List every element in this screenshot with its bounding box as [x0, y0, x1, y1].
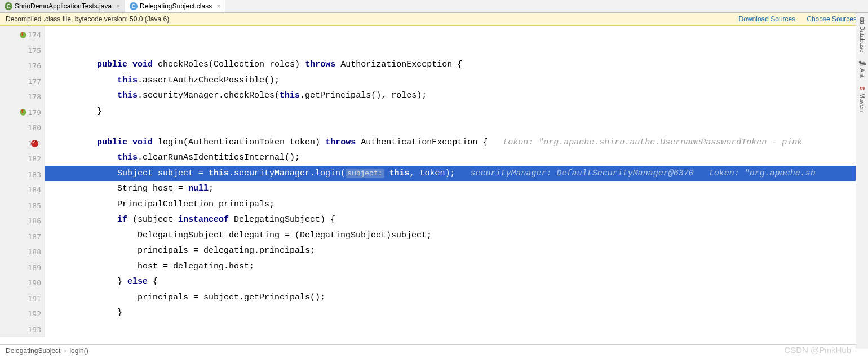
- gutter-line[interactable]: 182: [0, 151, 45, 167]
- breadcrumb-class[interactable]: DelegatingSubject: [6, 347, 60, 355]
- chevron-right-icon: ›: [64, 347, 66, 355]
- override-icon[interactable]: [19, 31, 27, 39]
- code-line[interactable]: PrincipalCollection principals;: [56, 197, 868, 213]
- tab-shrio-demo[interactable]: C ShrioDemoApplicationTests.java ×: [0, 0, 125, 12]
- gutter-line[interactable]: 175: [0, 43, 45, 59]
- code-editor[interactable]: public void checkRoles(Collection roles)…: [45, 26, 868, 337]
- code-line[interactable]: [56, 119, 868, 135]
- gutter-line[interactable]: 187: [0, 229, 45, 245]
- tool-label: Ant: [859, 68, 866, 78]
- override-icon[interactable]: [19, 108, 27, 116]
- watermark: CSDN @PinkHub: [784, 345, 851, 355]
- gutter-line[interactable]: 189: [0, 260, 45, 276]
- gutter-line[interactable]: 192: [0, 306, 45, 322]
- gutter-line[interactable]: 188: [0, 244, 45, 260]
- code-line[interactable]: if (principals != null && !principals.is…: [56, 336, 868, 337]
- close-icon[interactable]: ×: [116, 2, 120, 10]
- tool-label: Maven: [859, 93, 866, 112]
- gutter-line[interactable]: 178: [0, 89, 45, 105]
- breadcrumb-method[interactable]: login(): [69, 347, 88, 355]
- tool-label: Database: [859, 26, 866, 52]
- code-line[interactable]: principals = delegating.principals;: [56, 243, 868, 259]
- close-icon[interactable]: ×: [216, 2, 220, 10]
- code-line[interactable]: this.clearRunAsIdentitiesInternal();: [56, 150, 868, 166]
- code-line[interactable]: Subject subject = this.securityManager.l…: [45, 166, 868, 182]
- code-line[interactable]: [56, 321, 868, 337]
- download-sources-link[interactable]: Download Sources: [739, 15, 796, 23]
- gutter-line[interactable]: 185: [0, 198, 45, 214]
- gutter-line[interactable]: 179: [0, 105, 45, 121]
- gutter-line[interactable]: 176: [0, 58, 45, 74]
- code-line[interactable]: }: [56, 104, 868, 120]
- code-line[interactable]: public void login(AuthenticationToken to…: [56, 135, 868, 151]
- info-links: Download Sources Choose Sources...: [739, 15, 862, 23]
- gutter-line[interactable]: 177: [0, 74, 45, 90]
- code-line[interactable]: String host = null;: [56, 181, 868, 197]
- tab-label: ShrioDemoApplicationTests.java: [15, 2, 112, 10]
- maven-icon: m: [860, 85, 865, 91]
- tab-label: DelegatingSubject.class: [140, 2, 212, 10]
- breadcrumb: DelegatingSubject › login(): [0, 344, 856, 357]
- tool-ant[interactable]: 🐜 Ant: [858, 59, 866, 78]
- gutter-line[interactable]: 191: [0, 291, 45, 307]
- code-line[interactable]: this.securityManager.checkRoles(this.get…: [56, 88, 868, 104]
- gutter-line[interactable]: 180: [0, 120, 45, 136]
- tool-maven[interactable]: m Maven: [859, 85, 866, 112]
- tab-delegating-subject[interactable]: C DelegatingSubject.class ×: [125, 0, 225, 12]
- editor-tabs: C ShrioDemoApplicationTests.java × C Del…: [0, 0, 868, 13]
- code-line[interactable]: this.assertAuthzCheckPossible();: [56, 73, 868, 89]
- code-line[interactable]: if (subject instanceof DelegatingSubject…: [56, 212, 868, 228]
- gutter-line[interactable]: 181: [0, 136, 45, 152]
- breakpoint-icon[interactable]: [31, 140, 38, 147]
- gutter-line[interactable]: 186: [0, 213, 45, 229]
- code-line[interactable]: }: [56, 305, 868, 321]
- gutter-line[interactable]: 174: [0, 27, 45, 43]
- gutter-line[interactable]: 193: [0, 322, 45, 338]
- ant-icon: 🐜: [858, 59, 866, 67]
- java-class-icon: C: [5, 2, 12, 10]
- right-tool-window-bar: 🗄 Database 🐜 Ant m Maven: [856, 13, 868, 349]
- gutter-line[interactable]: 190: [0, 275, 45, 291]
- choose-sources-link[interactable]: Choose Sources...: [807, 15, 862, 23]
- editor-area: 1741751761771781791801811821831841851861…: [0, 26, 868, 337]
- code-line[interactable]: principals = subject.getPrincipals();: [56, 290, 868, 306]
- code-line[interactable]: host = delegating.host;: [56, 259, 868, 275]
- code-line[interactable]: } else {: [56, 274, 868, 290]
- code-line[interactable]: public void checkRoles(Collection roles)…: [56, 57, 868, 73]
- database-icon: 🗄: [859, 17, 865, 24]
- code-line[interactable]: DelegatingSubject delegating = (Delegati…: [56, 228, 868, 244]
- tool-database[interactable]: 🗄 Database: [859, 17, 866, 52]
- gutter-line[interactable]: 183: [0, 167, 45, 183]
- gutter[interactable]: 1741751761771781791801811821831841851861…: [0, 26, 45, 337]
- decompile-info-bar: Decompiled .class file, bytecode version…: [0, 13, 868, 26]
- info-message: Decompiled .class file, bytecode version…: [6, 15, 169, 23]
- gutter-line[interactable]: 184: [0, 182, 45, 198]
- class-file-icon: C: [130, 2, 138, 10]
